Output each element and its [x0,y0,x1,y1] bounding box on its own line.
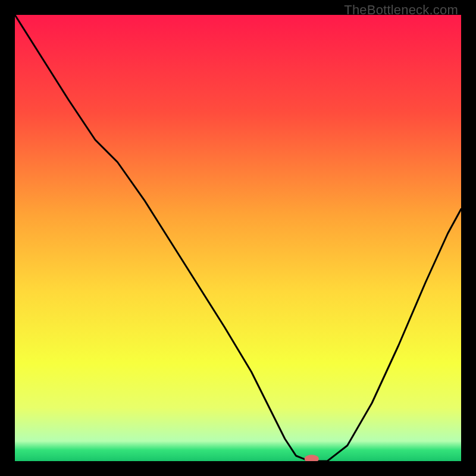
chart-plot-area [15,15,461,461]
gradient-background [15,15,461,461]
chart-svg [15,15,461,461]
outer-frame: TheBottleneck.com [0,0,476,476]
